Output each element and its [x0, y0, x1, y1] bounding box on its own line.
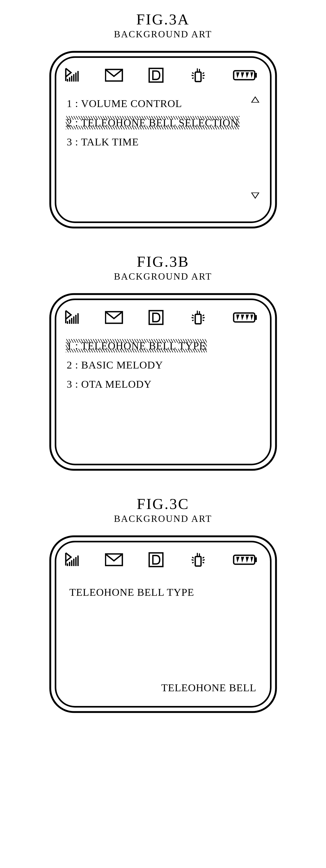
menu-list: 1 : TELEOHONE BELL TYPE 2 : BASIC MELODY… — [63, 328, 263, 457]
figure-3c: FIG.3C BACKGROUND ART TELEOHONE BELL TYP… — [49, 495, 277, 714]
current-value-label: TELEOHONE BELL — [161, 682, 257, 694]
battery-icon — [233, 310, 258, 325]
battery-icon — [233, 68, 258, 83]
envelope-icon — [105, 552, 123, 568]
phone-screen: 1 : TELEOHONE BELL TYPE 2 : BASIC MELODY… — [49, 292, 277, 471]
screen-heading: TELEOHONE BELL TYPE — [63, 578, 263, 601]
menu-item-label: 2 : TELEOHONE BELL SELECTION — [67, 117, 238, 129]
figure-subtitle: BACKGROUND ART — [114, 271, 212, 282]
figure-subtitle: BACKGROUND ART — [114, 513, 212, 524]
signal-icon — [65, 552, 81, 567]
phone-screen: TELEOHONE BELL TYPE TELEOHONE BELL — [49, 535, 277, 714]
menu-item-volume-control[interactable]: 1 : VOLUME CONTROL — [63, 94, 263, 113]
selected-highlight: 1 : TELEOHONE BELL TYPE — [67, 340, 206, 352]
d-square-icon — [148, 552, 164, 568]
selected-highlight: 2 : TELEOHONE BELL SELECTION — [67, 117, 238, 129]
menu-item-talk-time[interactable]: 3 : TALK TIME — [63, 132, 263, 151]
d-square-icon — [148, 67, 164, 83]
status-bar — [63, 65, 263, 86]
signal-icon — [65, 68, 81, 83]
envelope-icon — [105, 67, 123, 83]
figure-subtitle: BACKGROUND ART — [114, 29, 212, 40]
figure-title: FIG.3B — [137, 253, 189, 270]
scroll-down-icon[interactable] — [251, 192, 260, 199]
figure-title: FIG.3C — [137, 495, 189, 513]
status-bar — [63, 307, 263, 328]
figure-title: FIG.3A — [136, 10, 190, 28]
menu-list: 1 : VOLUME CONTROL 2 : TELEOHONE BELL SE… — [63, 86, 263, 215]
menu-item-basic-melody[interactable]: 2 : BASIC MELODY — [63, 355, 263, 374]
d-square-icon — [148, 310, 164, 326]
vibrate-phone-icon — [188, 310, 208, 326]
battery-icon — [233, 552, 258, 567]
menu-item-bell-type[interactable]: 1 : TELEOHONE BELL TYPE — [63, 336, 263, 355]
menu-item-bell-selection[interactable]: 2 : TELEOHONE BELL SELECTION — [63, 113, 263, 132]
scroll-arrows — [250, 96, 261, 199]
scroll-up-icon[interactable] — [251, 96, 260, 102]
figure-3a: FIG.3A BACKGROUND ART 1 : VOLUME CONTROL… — [49, 10, 277, 229]
menu-item-ota-melody[interactable]: 3 : OTA MELODY — [63, 374, 263, 394]
figure-3b: FIG.3B BACKGROUND ART 1 : TELEOHONE BELL… — [49, 253, 277, 471]
vibrate-phone-icon — [188, 67, 208, 83]
vibrate-phone-icon — [188, 552, 208, 568]
status-bar — [63, 549, 263, 570]
signal-icon — [65, 310, 81, 325]
detail-view: TELEOHONE BELL TYPE TELEOHONE BELL — [63, 570, 263, 699]
phone-screen: 1 : VOLUME CONTROL 2 : TELEOHONE BELL SE… — [49, 50, 277, 229]
envelope-icon — [105, 310, 123, 326]
menu-item-label: 1 : TELEOHONE BELL TYPE — [67, 340, 206, 352]
